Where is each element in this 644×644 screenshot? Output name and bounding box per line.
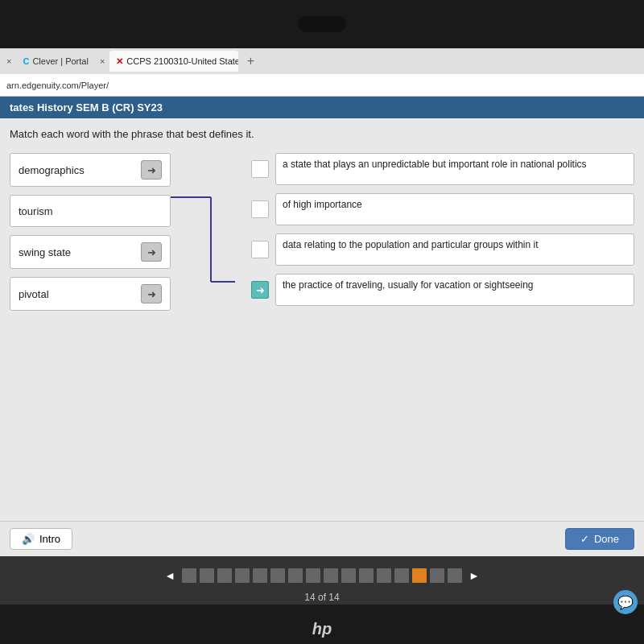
done-label: Done <box>594 533 619 545</box>
nav-square-3[interactable] <box>217 568 232 583</box>
word-label-tourism: tourism <box>19 205 53 217</box>
word-box-swing-state: swing state ➜ <box>10 235 171 269</box>
tab-clever-label: Clever | Portal <box>32 56 89 66</box>
definition-box-2: of high importance <box>275 193 634 225</box>
nav-square-2[interactable] <box>200 568 214 583</box>
camera <box>298 16 346 32</box>
nav-square-8[interactable] <box>306 568 320 583</box>
def-checkbox-3[interactable] <box>251 241 269 258</box>
words-column: demographics ➜ tourism swing state ➜ piv… <box>10 153 171 311</box>
def-checkbox-4[interactable]: ➜ <box>251 281 269 299</box>
checkmark-icon: ✓ <box>580 533 589 545</box>
nav-square-6[interactable] <box>270 568 285 583</box>
nav-square-9[interactable] <box>324 568 338 583</box>
tab-ccps-label: CCPS 2100310-United States Hist <box>126 56 238 66</box>
definition-row-1: a state that plays an unpredictable but … <box>251 153 634 185</box>
tab-clever[interactable]: C Clever | Portal <box>16 51 94 72</box>
definitions-column: a state that plays an unpredictable but … <box>251 153 634 311</box>
def-checkbox-2[interactable] <box>251 200 269 218</box>
done-button[interactable]: ✓ Done <box>565 528 634 550</box>
tab-bar: × C Clever | Portal × ✕ CCPS 2100310-Uni… <box>0 48 644 74</box>
definition-box-4: the practice of traveling, usually for v… <box>275 274 634 306</box>
instruction-text: Match each word with the phrase that bes… <box>10 128 634 140</box>
hp-logo: hp <box>312 620 332 638</box>
laptop-bottom-bezel: hp 💬 <box>0 605 644 644</box>
arrow-btn-demographics[interactable]: ➜ <box>141 160 162 180</box>
word-box-tourism: tourism <box>10 195 171 227</box>
nav-square-5[interactable] <box>253 568 267 583</box>
nav-square-1[interactable] <box>182 568 196 583</box>
address-text: arn.edgenuity.com/Player/ <box>6 80 109 90</box>
definition-row-3: data relating to the population and part… <box>251 233 634 266</box>
definition-text-2: of high importance <box>283 199 362 210</box>
nav-square-13[interactable] <box>394 568 409 583</box>
arrow-btn-pivotal[interactable]: ➜ <box>141 284 162 303</box>
definition-box-3: data relating to the population and part… <box>275 233 634 266</box>
word-box-demographics: demographics ➜ <box>10 153 171 187</box>
nav-square-11[interactable] <box>359 568 374 583</box>
definition-text-1: a state that plays an unpredictable but … <box>283 159 587 170</box>
matching-area: demographics ➜ tourism swing state ➜ piv… <box>10 153 634 311</box>
monitor-bezel-top <box>0 0 644 48</box>
clever-icon: C <box>23 56 29 66</box>
nav-square-12[interactable] <box>377 568 391 583</box>
definition-text-3: data relating to the population and part… <box>283 239 539 250</box>
definition-text-4: the practice of traveling, usually for v… <box>283 279 534 291</box>
tab-close-ccps[interactable]: × <box>97 56 108 66</box>
nav-square-14[interactable] <box>412 568 427 583</box>
definition-box-1: a state that plays an unpredictable but … <box>275 153 634 185</box>
nav-square-4[interactable] <box>235 568 250 583</box>
browser-window: × C Clever | Portal × ✕ CCPS 2100310-Uni… <box>0 48 644 605</box>
app-title: tates History SEM B (CR) SY23 <box>10 101 163 114</box>
main-content: Match each word with the phrase that bes… <box>0 118 644 521</box>
nav-square-15[interactable] <box>430 568 444 583</box>
def-checkbox-1[interactable] <box>251 160 269 178</box>
new-tab-button[interactable]: + <box>240 51 261 72</box>
intro-button[interactable]: 🔊 Intro <box>10 528 72 550</box>
nav-square-7[interactable] <box>288 568 303 583</box>
speaker-icon: 🔊 <box>22 533 35 545</box>
page-indicator: 14 of 14 <box>0 592 644 603</box>
ccps-icon: ✕ <box>116 56 123 67</box>
tab-ccps[interactable]: ✕ CCPS 2100310-United States Hist <box>109 51 238 72</box>
word-label-demographics: demographics <box>19 164 85 176</box>
word-box-pivotal: pivotal ➜ <box>10 277 171 311</box>
definition-row-2: of high importance <box>251 193 634 225</box>
bottom-bar: 🔊 Intro ✓ Done <box>0 521 644 556</box>
nav-bar: ◄ ► <box>0 561 644 590</box>
address-bar: arn.edgenuity.com/Player/ <box>0 74 644 97</box>
word-label-swing-state: swing state <box>19 246 71 258</box>
app-header: tates History SEM B (CR) SY23 <box>0 97 644 118</box>
navigation-section: ◄ ► 14 of 14 <box>0 556 644 605</box>
nav-square-10[interactable] <box>341 568 356 583</box>
intro-label: Intro <box>39 533 60 545</box>
nav-next-arrow[interactable]: ► <box>465 569 483 582</box>
nav-prev-arrow[interactable]: ◄ <box>161 569 179 582</box>
nav-square-16[interactable] <box>448 568 462 583</box>
tab-close-clever[interactable]: × <box>3 56 14 66</box>
definition-row-4: ➜ the practice of traveling, usually for… <box>251 274 634 306</box>
word-label-pivotal: pivotal <box>19 288 49 300</box>
chat-bubble-button[interactable]: 💬 <box>613 590 638 614</box>
arrow-btn-swing-state[interactable]: ➜ <box>141 242 162 262</box>
